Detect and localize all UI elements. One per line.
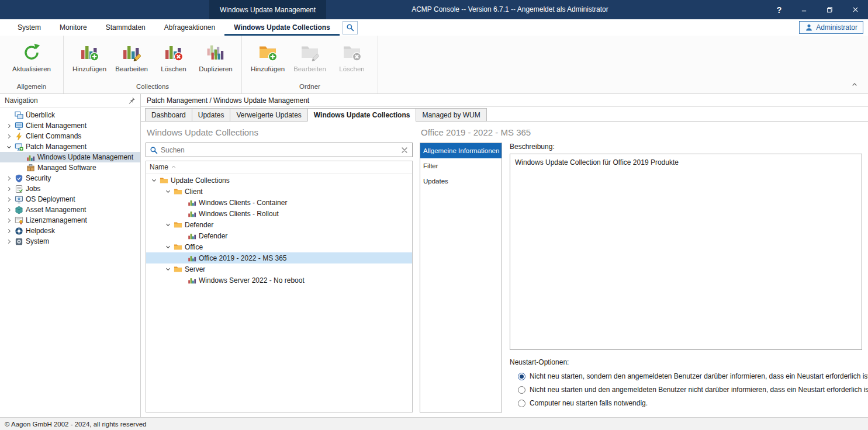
nav-item-label: System bbox=[26, 237, 49, 245]
nav-item-berblick[interactable]: Überblick bbox=[0, 110, 140, 120]
ribbon-button-hinzuf-gen-ordner[interactable]: Hinzufügen bbox=[247, 40, 289, 75]
nav-item-label: Jobs bbox=[26, 185, 40, 193]
section-filter[interactable]: Filter bbox=[420, 158, 502, 174]
restart-option-1[interactable]: Nicht neu starten, sondern den angemelde… bbox=[518, 372, 862, 380]
security-icon bbox=[15, 174, 23, 183]
close-button[interactable] bbox=[842, 0, 868, 19]
collection-node-office[interactable]: Office bbox=[146, 241, 412, 252]
nav-item-windows-update-management[interactable]: Windows Update Management bbox=[0, 152, 140, 162]
content-tab-dashboard[interactable]: Dashboard bbox=[145, 108, 192, 122]
menu-tab-windows-update-collections[interactable]: Windows Update Collections bbox=[224, 19, 340, 36]
chevron-right-icon[interactable] bbox=[5, 216, 13, 225]
nav-item-security[interactable]: Security bbox=[0, 173, 140, 183]
ribbon-button-label: Löschen bbox=[339, 65, 364, 72]
nav-item-label: Asset Management bbox=[26, 206, 86, 214]
ribbon-button-label: Löschen bbox=[161, 65, 186, 72]
collection-duplicate-icon bbox=[206, 43, 225, 61]
maximize-button[interactable] bbox=[817, 0, 842, 19]
search-input[interactable] bbox=[161, 146, 397, 154]
radio-unselected-icon bbox=[518, 386, 525, 394]
chevron-right-icon[interactable] bbox=[5, 237, 13, 246]
titlebar-app-tab[interactable]: Windows Update Management bbox=[209, 0, 326, 19]
minimize-button[interactable] bbox=[791, 0, 817, 19]
content-tab-updates[interactable]: Updates bbox=[192, 108, 231, 122]
os-deployment-icon bbox=[15, 195, 23, 204]
nav-item-patch-management[interactable]: Patch Management bbox=[0, 141, 140, 152]
ribbon-button-bearbeiten-collections[interactable]: Bearbeiten bbox=[110, 40, 153, 75]
collection-node-client[interactable]: Client bbox=[146, 186, 412, 197]
collection-node-defender[interactable]: Defender bbox=[146, 230, 412, 241]
collection-icon bbox=[188, 198, 196, 207]
statusbar: © Aagon GmbH 2002 - 2024, all rights res… bbox=[0, 417, 868, 430]
chevron-down-icon[interactable] bbox=[164, 187, 172, 196]
section-allgemeine-informationen[interactable]: Allgemeine Informationen bbox=[420, 143, 502, 158]
nav-item-asset-management[interactable]: Asset Management bbox=[0, 204, 140, 215]
clear-search-icon[interactable] bbox=[400, 146, 409, 154]
maximize-icon bbox=[826, 6, 833, 13]
chevron-down-icon[interactable] bbox=[5, 143, 13, 151]
administrator-button[interactable]: Administrator bbox=[799, 21, 863, 34]
chevron-down-icon[interactable] bbox=[164, 242, 172, 251]
description-field[interactable]: Windows Update Collection für Office 201… bbox=[510, 154, 862, 350]
chevron-right-icon[interactable] bbox=[5, 195, 13, 204]
ribbon-button-duplizieren-collections[interactable]: Duplizieren bbox=[195, 40, 237, 75]
chevron-right-icon[interactable] bbox=[5, 227, 13, 235]
expander-spacer bbox=[178, 254, 186, 262]
client-management-icon bbox=[15, 122, 23, 130]
description-label: Beschreibung: bbox=[510, 143, 862, 151]
collection-delete-icon bbox=[164, 43, 183, 61]
menubar: SystemMonitoreStammdatenAbfrageaktionenW… bbox=[0, 19, 868, 36]
menu-tab-stammdaten[interactable]: Stammdaten bbox=[96, 19, 155, 36]
nav-item-client-management[interactable]: Client Management bbox=[0, 120, 140, 131]
ribbon-button-l-schen-collections[interactable]: Löschen bbox=[153, 40, 195, 75]
chevron-down-icon[interactable] bbox=[164, 220, 172, 229]
collection-node-update-collections[interactable]: Update Collections bbox=[146, 175, 412, 186]
ribbon-button-aktualisieren-allgemein[interactable]: Aktualisieren bbox=[5, 40, 58, 75]
chevron-down-icon[interactable] bbox=[164, 265, 172, 273]
help-button[interactable]: ? bbox=[767, 0, 791, 19]
chevron-right-icon[interactable] bbox=[5, 122, 13, 130]
nav-item-client-commands[interactable]: Client Commands bbox=[0, 131, 140, 141]
column-header-name[interactable]: Name bbox=[146, 161, 412, 174]
chevron-right-icon[interactable] bbox=[5, 185, 13, 193]
system-icon bbox=[15, 237, 23, 246]
collection-node-windows-clients-rollout[interactable]: Windows Clients - Rollout bbox=[146, 208, 412, 219]
ribbon-button-hinzuf-gen-collections[interactable]: Hinzufügen bbox=[68, 40, 110, 75]
collection-node-label: Update Collections bbox=[171, 176, 230, 185]
ribbon-collapse-button[interactable] bbox=[849, 81, 860, 89]
collection-node-windows-server-2022-no-reboot[interactable]: Windows Server 2022 - No reboot bbox=[146, 275, 412, 286]
ribbon-group-collections: HinzufügenBearbeitenLöschenDuplizierenCo… bbox=[64, 36, 242, 93]
menu-tab-monitore[interactable]: Monitore bbox=[50, 19, 96, 36]
window-controls: ? bbox=[767, 0, 868, 19]
restart-option-2[interactable]: Nicht neu starten und den angemeldeten B… bbox=[518, 386, 862, 394]
nav-item-helpdesk[interactable]: Helpdesk bbox=[0, 226, 140, 236]
chevron-right-icon[interactable] bbox=[5, 206, 13, 214]
menu-search-button[interactable] bbox=[343, 21, 358, 34]
collection-node-defender[interactable]: Defender bbox=[146, 219, 412, 230]
pin-icon[interactable] bbox=[127, 96, 136, 105]
sort-ascending-icon bbox=[171, 164, 177, 170]
restart-option-3[interactable]: Computer neu starten falls notwendig. bbox=[518, 399, 862, 407]
menu-tab-system[interactable]: System bbox=[8, 19, 50, 36]
search-icon bbox=[150, 146, 158, 154]
nav-item-os-deployment[interactable]: OS Deployment bbox=[0, 194, 140, 204]
nav-item-system[interactable]: System bbox=[0, 236, 140, 247]
nav-item-jobs[interactable]: Jobs bbox=[0, 183, 140, 194]
chevron-right-icon[interactable] bbox=[5, 174, 13, 183]
content-tab-windows-update-collections[interactable]: Windows Update Collections bbox=[307, 108, 417, 122]
content-tab-managed-by-wum[interactable]: Managed by WUM bbox=[416, 108, 486, 122]
collection-node-office-2019-2022-ms-365[interactable]: Office 2019 - 2022 - MS 365 bbox=[146, 252, 412, 263]
restart-option-label: Nicht neu starten, sondern den angemelde… bbox=[530, 372, 868, 380]
menu-tab-abfrageaktionen[interactable]: Abfrageaktionen bbox=[155, 19, 224, 36]
collection-node-label: Defender bbox=[185, 221, 213, 229]
nav-item-lizenzmanagement[interactable]: Lizenzmanagement bbox=[0, 215, 140, 226]
nav-item-managed-software[interactable]: Managed Software bbox=[0, 162, 140, 173]
ribbon-button-label: Hinzufügen bbox=[72, 65, 106, 72]
chevron-down-icon[interactable] bbox=[150, 176, 158, 185]
expander-spacer bbox=[178, 276, 186, 285]
content-tab-verweigerte-updates[interactable]: Verweigerte Updates bbox=[230, 108, 307, 122]
collection-node-server[interactable]: Server bbox=[146, 263, 412, 275]
section-updates[interactable]: Updates bbox=[420, 174, 502, 189]
collection-node-windows-clients-container[interactable]: Windows Clients - Container bbox=[146, 197, 412, 208]
chevron-right-icon[interactable] bbox=[5, 132, 13, 141]
